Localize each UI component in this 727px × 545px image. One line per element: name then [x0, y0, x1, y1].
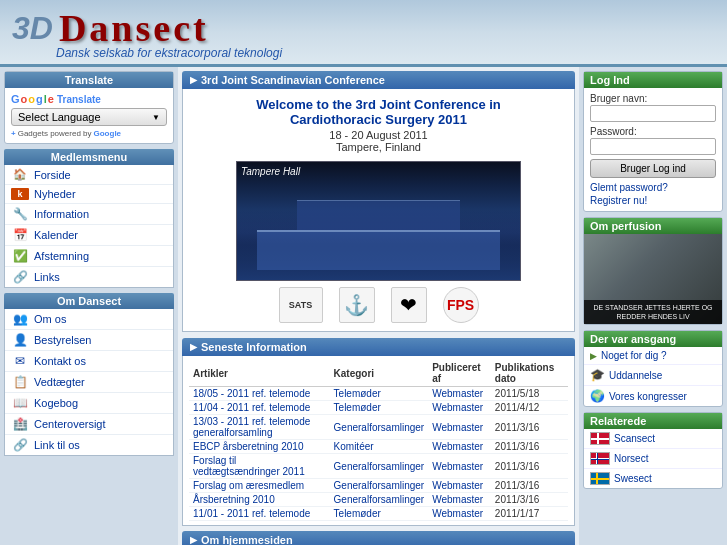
table-row[interactable]: Årsberetning 2010 Generalforsamlinger We…: [189, 493, 568, 507]
translate-header: Translate: [5, 72, 173, 88]
row-kategori: Telemøder: [330, 507, 429, 521]
table-row[interactable]: Forslag til vedtægtsændringer 2011 Gener…: [189, 454, 568, 479]
conference-image: Tampere Hall: [236, 161, 521, 281]
col-dato: Publikations dato: [491, 360, 568, 387]
book-icon: 📖: [11, 396, 29, 410]
home-icon: 🏠: [11, 168, 29, 181]
der-var-list: ▶ Noget for dig ? 🎓 Uddannelse 🌍 Vores k…: [584, 347, 722, 406]
news-icon: k: [11, 188, 29, 200]
om-dansect-section: Om Dansect 👥 Om os 👤 Bestyrelsen ✉ Konta…: [4, 293, 174, 456]
relaterede-section: Relaterede Scansect Nors: [583, 412, 723, 489]
people-icon: 👥: [11, 312, 29, 326]
row-publiceret: Webmaster: [428, 401, 491, 415]
arrow-icon3: ▶: [190, 535, 197, 545]
menu-item-nyheder[interactable]: k Nyheder: [5, 185, 173, 204]
table-row[interactable]: Forslag om æresmedlem Generalforsamlinge…: [189, 479, 568, 493]
table-row[interactable]: EBCP årsberetning 2010 Komitéer Webmaste…: [189, 440, 568, 454]
row-dato: 2011/3/16: [491, 493, 568, 507]
table-row[interactable]: 11/04 - 2011 ref. telemode Telemøder Web…: [189, 401, 568, 415]
row-kategori: Generalforsamlinger: [330, 493, 429, 507]
menu-item-information[interactable]: 🔧 Information: [5, 204, 173, 225]
menu-item-centeroversigt[interactable]: 🏥 Centeroversigt: [5, 414, 173, 435]
register-link[interactable]: Registrer nu!: [590, 195, 716, 206]
password-input[interactable]: [590, 138, 716, 155]
om-perfusion-section: Om perfusion DE STANDSER JETTES HJERTE O…: [583, 217, 723, 325]
row-artikel: Forslag om æresmedlem: [189, 479, 330, 493]
der-var-item-2[interactable]: 🌍 Vores kongresser: [584, 386, 722, 406]
menu-item-kalender[interactable]: 📅 Kalender: [5, 225, 173, 246]
info-icon: 🔧: [11, 207, 29, 221]
conference-title: Welcome to the 3rd Joint Conference in C…: [191, 97, 566, 127]
member-menu-header: Medlemsmenu: [4, 149, 174, 165]
row-publiceret: Webmaster: [428, 479, 491, 493]
sats-logo: SATS: [279, 287, 323, 323]
menu-item-link-til-os[interactable]: 🔗 Link til os: [5, 435, 173, 455]
person-icon: 👤: [11, 333, 29, 347]
table-row[interactable]: 11/01 - 2011 ref. telemode Telemøder Web…: [189, 507, 568, 521]
menu-item-om-os[interactable]: 👥 Om os: [5, 309, 173, 330]
der-var-header: Der var ansgang: [584, 331, 722, 347]
logo-subtitle: Dansk selskab for ekstracorporal teknolo…: [56, 46, 715, 60]
row-kategori: Generalforsamlinger: [330, 454, 429, 479]
chevron-down-icon: ▼: [152, 113, 160, 122]
calendar-icon: 📅: [11, 228, 29, 242]
logo-3d-icon: 3D: [12, 10, 53, 47]
center-content: ▶ 3rd Joint Scandinavian Conference Welc…: [178, 67, 579, 545]
menu-item-bestyrelsen[interactable]: 👤 Bestyrelsen: [5, 330, 173, 351]
conference-date: 18 - 20 August 2011: [191, 129, 566, 141]
table-row[interactable]: 13/03 - 2011 ref. telemode generalforsam…: [189, 415, 568, 440]
menu-item-kontakt[interactable]: ✉ Kontakt os: [5, 351, 173, 372]
perfusion-image: DE STANDSER JETTES HJERTE OG REDDER HEND…: [584, 234, 722, 324]
left-sidebar: Translate Google Translate Select Langua…: [0, 67, 178, 545]
menu-item-afstemning[interactable]: ✅ Afstemning: [5, 246, 173, 267]
vote-icon: ✅: [11, 249, 29, 263]
conference-location: Tampere, Finland: [191, 141, 566, 153]
menu-item-forside[interactable]: 🏠 Forside: [5, 165, 173, 185]
relaterede-list: Scansect Norsect Swese: [584, 429, 722, 488]
row-artikel: 11/01 - 2011 ref. telemode: [189, 507, 330, 521]
row-publiceret: Webmaster: [428, 415, 491, 440]
row-kategori: Komitéer: [330, 440, 429, 454]
relaterede-header: Relaterede: [584, 413, 722, 429]
login-section: Log Ind Bruger navn: Password: Bruger Lo…: [583, 71, 723, 212]
hospital-icon: 🏥: [11, 417, 29, 431]
translate-label: Translate: [57, 94, 101, 105]
row-publiceret: Webmaster: [428, 493, 491, 507]
der-var-item-0[interactable]: ▶ Noget for dig ?: [584, 347, 722, 365]
row-kategori: Generalforsamlinger: [330, 479, 429, 493]
right-sidebar: Log Ind Bruger navn: Password: Bruger Lo…: [579, 67, 727, 545]
link-icon: 🔗: [11, 438, 29, 452]
forgot-password-link[interactable]: Glemt password?: [590, 182, 716, 193]
flag-no-icon: [590, 452, 610, 465]
arrow-sm-icon: ▶: [590, 351, 597, 361]
col-artikler: Artikler: [189, 360, 330, 387]
login-button[interactable]: Bruger Log ind: [590, 159, 716, 178]
row-artikel: 18/05 - 2011 ref. telemode: [189, 387, 330, 401]
row-publiceret: Webmaster: [428, 507, 491, 521]
row-artikel: EBCP årsberetning 2010: [189, 440, 330, 454]
relaterede-item-scansect[interactable]: Scansect: [584, 429, 722, 449]
username-label: Bruger navn:: [590, 93, 716, 104]
conference-header: ▶ 3rd Joint Scandinavian Conference: [182, 71, 575, 89]
info-table: Artikler Kategori Publiceret af Publikat…: [189, 360, 568, 521]
select-language-label: Select Language: [18, 111, 152, 123]
email-icon: ✉: [11, 354, 29, 368]
relaterede-item-swesect[interactable]: Swesect: [584, 469, 722, 488]
select-language-button[interactable]: Select Language ▼: [11, 108, 167, 126]
member-menu-list: 🏠 Forside k Nyheder 🔧 Information 📅 Kale…: [4, 165, 174, 288]
menu-item-links[interactable]: 🔗 Links: [5, 267, 173, 287]
username-input[interactable]: [590, 105, 716, 122]
om-dansect-header: Om Dansect: [4, 293, 174, 309]
logo-text: Dansect: [59, 6, 209, 50]
relaterede-item-norsect[interactable]: Norsect: [584, 449, 722, 469]
links-icon: 🔗: [11, 270, 29, 284]
powered-by: + Gadgets powered by Google: [11, 129, 167, 138]
row-artikel: 11/04 - 2011 ref. telemode: [189, 401, 330, 415]
der-var-item-1[interactable]: 🎓 Uddannelse: [584, 365, 722, 386]
graduation-icon: 🎓: [590, 368, 605, 382]
menu-item-kogebog[interactable]: 📖 Kogebog: [5, 393, 173, 414]
row-dato: 2011/4/12: [491, 401, 568, 415]
table-row[interactable]: 18/05 - 2011 ref. telemode Telemøder Web…: [189, 387, 568, 401]
seneste-body: Artikler Kategori Publiceret af Publikat…: [182, 356, 575, 526]
menu-item-vedtaegter[interactable]: 📋 Vedtægter: [5, 372, 173, 393]
